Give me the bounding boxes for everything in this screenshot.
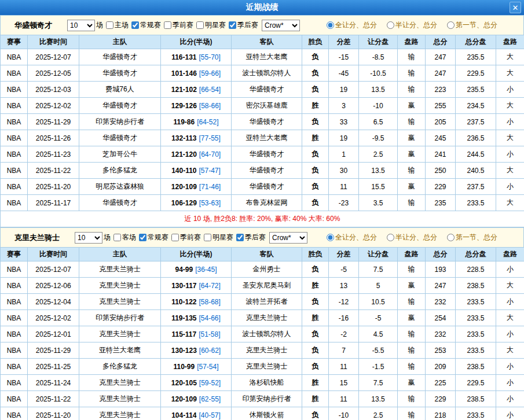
home-team-cell: 克里夫兰骑士 xyxy=(79,407,161,420)
regular-season-checkbox[interactable] xyxy=(131,21,139,29)
first-quarter-handicap-total-radio[interactable] xyxy=(447,21,455,29)
over-under-cell: 大 xyxy=(496,49,524,65)
bookmaker-select[interactable]: Crow* xyxy=(269,232,307,244)
handicap-line-cell: 15.5 xyxy=(359,179,398,195)
half-game-handicap-total-radio[interactable] xyxy=(387,234,394,241)
final-score: 119-86 xyxy=(173,118,195,126)
win-loss-cell: 负 xyxy=(302,82,329,98)
preseason-checkbox[interactable] xyxy=(164,21,171,29)
total-points-cell: 247 xyxy=(426,278,456,294)
handicap-line-cell: -10.5 xyxy=(359,65,398,82)
playoffs-checkbox-label: 季后赛 xyxy=(226,20,258,30)
summary-row: 近 10 场, 胜2负8: 胜率: 20%, 赢率: 40% 大率: 60% xyxy=(1,211,524,227)
away-team-cell: 克里夫兰骑士 xyxy=(232,359,302,375)
handicap-result-cell: 输 xyxy=(398,359,426,375)
preseason-checkbox[interactable] xyxy=(171,234,179,241)
home-team-cell: 印第安纳步行者 xyxy=(79,310,161,326)
away-team-cell: 洛杉矶快船 xyxy=(232,375,302,391)
total-line-cell: 229.5 xyxy=(456,375,496,391)
point-diff-cell: -10 xyxy=(329,407,359,420)
league-cell: NBA xyxy=(1,310,28,326)
win-loss-cell: 胜 xyxy=(302,310,329,326)
games-label: 场 xyxy=(96,20,103,30)
full-game-handicap-total-radio[interactable] xyxy=(327,21,334,29)
handicap-line-cell: -1.5 xyxy=(359,359,398,375)
final-score: 140-110 xyxy=(171,167,196,175)
total-points-cell: 241 xyxy=(426,146,456,163)
win-loss-cell: 负 xyxy=(302,114,329,130)
over-under-cell: 小 xyxy=(496,146,524,163)
preseason-checkbox-label: 季前赛 xyxy=(161,20,193,30)
allstar-game-checkbox[interactable] xyxy=(204,234,211,241)
total-line-cell: 233.5 xyxy=(456,310,496,326)
handicap-result-cell: 输 xyxy=(398,114,426,130)
score-cell: 115-117[51-58] xyxy=(161,326,232,342)
column-header: 总分盘 xyxy=(456,35,496,49)
score-cell: 94-99[36-45] xyxy=(161,261,232,278)
column-header: 比赛时间 xyxy=(28,248,79,261)
home-team-cell: 芝加哥公牛 xyxy=(79,146,161,163)
home-team-cell: 多伦多猛龙 xyxy=(79,163,161,179)
handicap-result-cell: 赢 xyxy=(398,179,426,195)
handicap-line-cell: -5.5 xyxy=(359,342,398,359)
date-cell: 2025-12-06 xyxy=(28,278,79,294)
date-cell: 2025-12-02 xyxy=(28,98,79,114)
first-quarter-handicap-total-radio[interactable] xyxy=(447,234,455,241)
league-cell: NBA xyxy=(1,407,28,420)
over-under-cell: 大 xyxy=(496,278,524,294)
section-toolbar: 克里夫兰骑士10场客场常规赛季前赛明星赛季后赛Crow*全让分、总分半让分、总分… xyxy=(0,227,524,247)
table-row: NBA2025-11-22克里夫兰骑士120-109[62-55]印第安纳步行者… xyxy=(1,391,524,407)
final-score: 132-113 xyxy=(171,134,196,142)
handicap-result-cell: 赢 xyxy=(398,98,426,114)
column-header: 总分 xyxy=(426,248,456,261)
playoffs-checkbox[interactable] xyxy=(236,234,244,241)
games-count-select[interactable]: 10 xyxy=(75,232,102,244)
handicap-line-cell: 2.5 xyxy=(359,407,398,420)
half-score: [64-70] xyxy=(199,150,221,159)
table-row: NBA2025-12-02印第安纳步行者119-135[54-66]克里夫兰骑士… xyxy=(1,310,524,326)
away-team-cell: 亚特兰大老鹰 xyxy=(232,49,302,65)
handicap-result-cell: 赢 xyxy=(398,375,426,391)
close-button[interactable]: ✕ xyxy=(510,2,521,13)
handicap-line-cell: 13.5 xyxy=(359,391,398,407)
away-games-checkbox[interactable] xyxy=(113,234,121,241)
half-score: [64-52] xyxy=(197,118,218,126)
half-score: [51-58] xyxy=(199,330,220,338)
handicap-line-cell: 13.5 xyxy=(359,163,398,179)
half-score: [55-70] xyxy=(199,53,221,61)
playoffs-checkbox[interactable] xyxy=(229,21,236,29)
handicap-result-cell: 输 xyxy=(398,195,426,211)
total-points-cell: 253 xyxy=(426,342,456,359)
home-team-cell: 华盛顿奇才 xyxy=(79,65,161,82)
score-cell: 129-126[58-66] xyxy=(161,98,232,114)
date-cell: 2025-11-29 xyxy=(28,342,79,359)
date-cell: 2025-11-29 xyxy=(28,114,79,130)
table-row: NBA2025-12-04克里夫兰骑士110-122[58-68]波特兰开拓者负… xyxy=(1,294,524,310)
regular-season-checkbox[interactable] xyxy=(139,234,146,241)
radio-label-text: 第一节、总分 xyxy=(456,233,497,242)
date-cell: 2025-11-23 xyxy=(28,146,79,163)
home-games-checkbox[interactable] xyxy=(106,21,113,29)
allstar-game-checkbox[interactable] xyxy=(196,21,204,29)
stat-mode-radio-group: 全让分、总分半让分、总分第一节、总分 xyxy=(324,233,497,242)
over-under-cell: 小 xyxy=(496,114,524,130)
final-score: 94-99 xyxy=(175,266,193,274)
win-loss-cell: 胜 xyxy=(302,375,329,391)
point-diff-cell: 1 xyxy=(329,146,359,163)
bookmaker-select[interactable]: Crow* xyxy=(262,20,300,31)
home-team-cell: 多伦多猛龙 xyxy=(79,359,161,375)
win-loss-cell: 胜 xyxy=(302,98,329,114)
league-cell: NBA xyxy=(1,391,28,407)
handicap-line-cell: 10.5 xyxy=(359,294,398,310)
half-game-handicap-total-radio[interactable] xyxy=(387,21,394,29)
checkbox-label-text: 季后赛 xyxy=(245,233,266,242)
half-score: [40-57] xyxy=(199,411,221,419)
total-line-cell: 238.5 xyxy=(456,359,496,375)
over-under-cell: 大 xyxy=(496,163,524,179)
total-points-cell: 250 xyxy=(426,163,456,179)
team-name: 华盛顿奇才 xyxy=(14,20,52,31)
handicap-result-cell: 输 xyxy=(398,326,426,342)
full-game-handicap-total-radio[interactable] xyxy=(327,234,334,241)
date-cell: 2025-11-20 xyxy=(28,179,79,195)
games-count-select[interactable]: 10 xyxy=(67,20,95,31)
